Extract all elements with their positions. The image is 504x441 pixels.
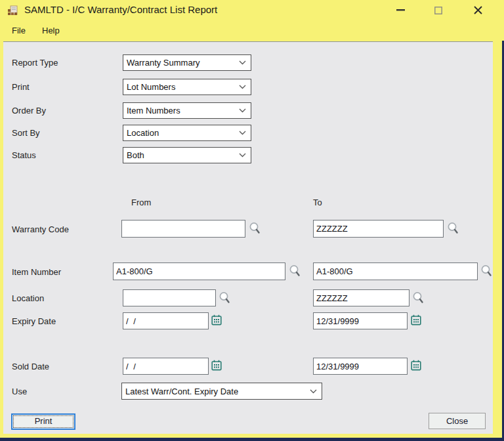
report-type-select[interactable]: Warranty Summary (123, 54, 251, 71)
chevron-down-icon (310, 389, 317, 394)
window-title: SAMLTD - I/C Warranty/Contract List Repo… (24, 4, 217, 15)
warranty-code-to-magnifier-icon[interactable] (447, 222, 460, 235)
sold-date-from-input[interactable] (123, 358, 209, 375)
print-select[interactable]: Lot Numbers (123, 79, 251, 95)
status-label: Status (12, 150, 36, 160)
print-label: Print (12, 82, 30, 92)
expiry-date-to-calendar-icon[interactable] (411, 314, 424, 327)
minimize-button[interactable] (386, 0, 415, 20)
minimize-icon (396, 9, 405, 11)
titlebar: SAMLTD - I/C Warranty/Contract List Repo… (0, 0, 504, 22)
expiry-date-label: Expiry Date (12, 316, 56, 326)
app-report-grid-icon (7, 5, 19, 17)
chevron-down-icon (239, 85, 246, 89)
status-select[interactable]: Both (123, 147, 251, 163)
maximize-icon (434, 7, 442, 14)
location-label: Location (12, 293, 44, 303)
location-to-magnifier-icon[interactable] (412, 291, 425, 304)
item-number-from-magnifier-icon[interactable] (289, 264, 302, 278)
window: SAMLTD - I/C Warranty/Contract List Repo… (0, 0, 504, 441)
chevron-down-icon (239, 131, 246, 135)
close-dialog-button[interactable]: Close (429, 413, 486, 429)
item-number-to-magnifier-icon[interactable] (480, 264, 494, 278)
chevron-down-icon (239, 108, 246, 113)
client-area (3, 41, 493, 434)
warranty-code-from-magnifier-icon[interactable] (249, 222, 262, 235)
item-number-from-input[interactable] (113, 262, 285, 280)
location-from-input[interactable] (123, 289, 216, 306)
use-label: Use (12, 387, 27, 396)
menubar: File Help (0, 22, 504, 41)
from-column-header: From (131, 198, 151, 207)
sold-date-from-calendar-icon[interactable] (211, 360, 224, 373)
to-column-header: To (313, 198, 322, 207)
maximize-button[interactable] (424, 0, 453, 20)
report-type-label: Report Type (12, 58, 58, 68)
expiry-date-from-input[interactable] (123, 312, 209, 329)
sold-date-label: Sold Date (12, 362, 49, 371)
item-number-to-input[interactable] (313, 262, 478, 280)
location-to-input[interactable] (313, 289, 410, 306)
sold-date-to-input[interactable] (313, 358, 408, 375)
frame-bottom-edge (0, 438, 504, 441)
expiry-date-from-calendar-icon[interactable] (211, 314, 224, 327)
expiry-date-to-input[interactable] (313, 312, 408, 329)
sold-date-to-calendar-icon[interactable] (411, 360, 424, 373)
warranty-code-to-input[interactable] (313, 220, 444, 238)
close-button[interactable] (463, 0, 492, 20)
chevron-down-icon (239, 153, 246, 158)
warranty-code-from-input[interactable] (121, 220, 245, 238)
sort-by-select[interactable]: Location (123, 125, 251, 141)
location-from-magnifier-icon[interactable] (219, 291, 232, 304)
order-by-select[interactable]: Item Numbers (123, 102, 251, 119)
menu-help[interactable]: Help (42, 26, 60, 35)
sort-by-label: Sort By (12, 128, 40, 138)
warranty-code-label: Warranty Code (12, 224, 69, 234)
item-number-label: Item Number (12, 267, 61, 277)
chevron-down-icon (239, 60, 246, 65)
print-button[interactable]: Print (11, 413, 75, 430)
order-by-label: Order By (12, 106, 46, 116)
use-select[interactable]: Latest Warr/Cont. Expiry Date (121, 383, 322, 400)
close-icon (474, 6, 482, 14)
menu-file[interactable]: File (12, 26, 26, 35)
